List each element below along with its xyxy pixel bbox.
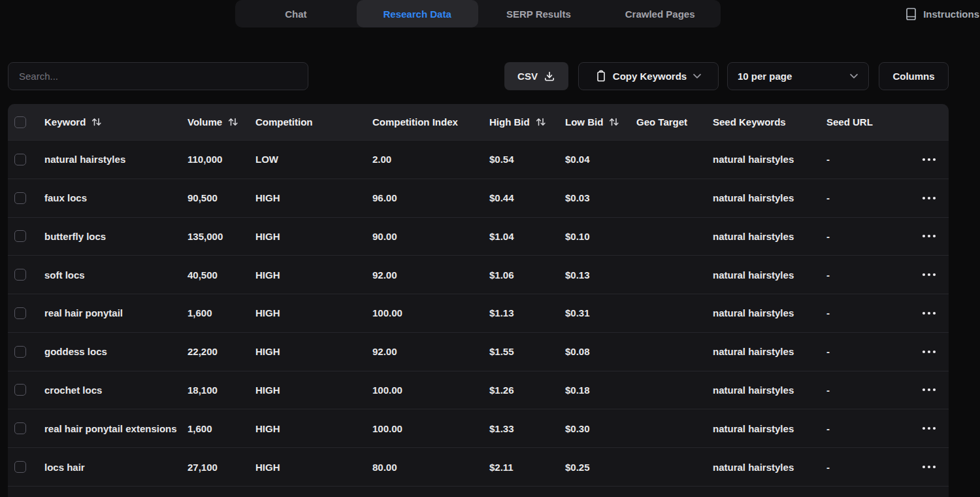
row-checkbox[interactable] [14, 192, 26, 204]
instructions-label: Instructions [923, 9, 979, 20]
cell-seed-keywords: natural hairstyles [702, 462, 816, 473]
cell-competition-index: 80.00 [362, 462, 479, 473]
cell-low-bid: $0.08 [555, 346, 626, 357]
ellipsis-icon [922, 158, 936, 162]
more-actions-button[interactable] [919, 309, 939, 318]
row-actions-cell [909, 155, 949, 164]
tab-research-data[interactable]: Research Data [357, 0, 478, 27]
more-actions-button[interactable] [919, 462, 939, 471]
cell-high-bid: $1.06 [479, 269, 555, 281]
row-checkbox[interactable] [14, 269, 26, 281]
cell-seed-url: - [816, 154, 909, 165]
column-header-seed-url: Seed URL [816, 116, 909, 128]
per-page-select[interactable]: 10 per page [727, 62, 869, 90]
copy-keywords-button[interactable]: Copy Keywords [578, 62, 719, 90]
download-icon [544, 71, 555, 82]
cell-low-bid: $0.25 [555, 462, 626, 473]
tab-bar: ChatResearch DataSERP ResultsCrawled Pag… [235, 0, 721, 27]
cell-keyword: goddess locs [34, 346, 177, 357]
chevron-down-icon [693, 73, 702, 79]
column-header-volume[interactable]: Volume [177, 116, 245, 128]
column-header-label: Competition Index [372, 116, 458, 128]
row-checkbox[interactable] [14, 307, 26, 319]
cell-competition-index: 90.00 [362, 231, 479, 242]
more-actions-button[interactable] [919, 194, 939, 203]
tab-chat[interactable]: Chat [235, 0, 357, 27]
row-checkbox[interactable] [14, 230, 26, 242]
cell-keyword: real hair ponytail [34, 307, 177, 318]
cell-seed-url: - [816, 346, 909, 357]
clipboard-icon [595, 70, 607, 82]
cell-competition-index: 100.00 [362, 307, 479, 318]
more-actions-button[interactable] [919, 155, 939, 164]
cell-competition-index: 92.00 [362, 269, 479, 281]
cell-volume: 1,600 [177, 423, 245, 434]
cell-high-bid: $1.13 [479, 307, 555, 318]
column-header-label: Competition [255, 116, 313, 128]
ellipsis-icon [922, 426, 936, 430]
cell-competition: HIGH [245, 346, 362, 357]
cell-competition-index: 92.00 [362, 346, 479, 357]
ellipsis-icon [922, 234, 936, 238]
select-all-checkbox[interactable] [14, 116, 26, 128]
cell-competition: HIGH [245, 269, 362, 281]
tab-serp-results[interactable]: SERP Results [478, 0, 600, 27]
ellipsis-icon [922, 311, 936, 315]
column-header-label: Keyword [44, 116, 86, 128]
sort-icon [608, 117, 619, 127]
cell-high-bid: $1.26 [479, 385, 555, 396]
cell-keyword: natural hairstyles [34, 154, 177, 165]
cell-keyword: real hair ponytail extensions [34, 423, 177, 434]
cell-competition-index: 96.00 [362, 192, 479, 203]
column-header-high-bid[interactable]: High Bid [479, 116, 555, 128]
ellipsis-icon [922, 196, 936, 200]
cell-seed-keywords: natural hairstyles [702, 231, 816, 242]
row-actions-cell [909, 231, 949, 241]
cell-competition-index: 100.00 [362, 385, 479, 396]
cell-seed-keywords: natural hairstyles [702, 385, 816, 396]
cell-low-bid: $0.13 [555, 269, 626, 281]
cell-seed-keywords: natural hairstyles [702, 423, 816, 434]
column-header-low-bid[interactable]: Low Bid [555, 116, 626, 128]
cell-volume: 22,200 [177, 346, 245, 357]
cell-seed-url: - [816, 423, 909, 434]
cell-competition: HIGH [245, 423, 362, 434]
more-actions-button[interactable] [919, 385, 939, 394]
cell-high-bid: $0.54 [479, 154, 555, 165]
cell-low-bid: $0.03 [555, 192, 626, 203]
ellipsis-icon [922, 350, 936, 354]
tab-crawled-pages[interactable]: Crawled Pages [599, 0, 721, 27]
row-checkbox[interactable] [14, 461, 26, 473]
cell-seed-keywords: natural hairstyles [702, 346, 816, 357]
cell-seed-url: - [816, 269, 909, 281]
cell-keyword: crochet locs [34, 385, 177, 396]
row-checkbox[interactable] [14, 422, 26, 434]
row-checkbox[interactable] [14, 154, 26, 165]
book-icon [905, 7, 917, 21]
more-actions-button[interactable] [919, 424, 939, 433]
more-actions-button[interactable] [919, 270, 939, 279]
search-input[interactable] [8, 62, 308, 90]
cell-low-bid: $0.10 [555, 231, 626, 242]
instructions-button[interactable]: Instructions [905, 0, 980, 27]
more-actions-button[interactable] [919, 347, 939, 356]
cell-volume: 40,500 [177, 269, 245, 281]
sort-icon [91, 117, 102, 127]
keywords-table: Keyword Volume Competition Competition I… [8, 104, 949, 497]
cell-high-bid: $1.04 [479, 231, 555, 242]
csv-export-button[interactable]: CSV [504, 62, 568, 90]
cell-seed-url: - [816, 462, 909, 473]
header-checkbox-cell [8, 116, 34, 128]
row-checkbox[interactable] [14, 346, 26, 358]
columns-button[interactable]: Columns [879, 62, 949, 90]
cell-high-bid: $2.11 [479, 462, 555, 473]
column-header-competition: Competition [245, 116, 362, 128]
cell-competition: HIGH [245, 192, 362, 203]
column-header-keyword[interactable]: Keyword [34, 116, 177, 128]
more-actions-button[interactable] [919, 231, 939, 241]
table-row: soft locs 40,500 HIGH 92.00 $1.06 $0.13 … [8, 255, 949, 294]
row-actions-cell [909, 385, 949, 394]
row-checkbox[interactable] [14, 384, 26, 396]
cell-volume: 110,000 [177, 154, 245, 165]
column-header-geo-target: Geo Target [626, 116, 702, 128]
